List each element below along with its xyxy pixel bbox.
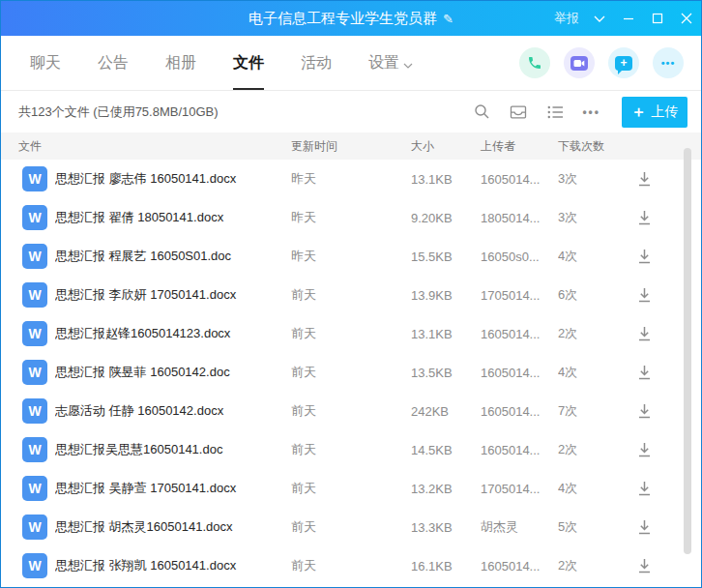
file-uploader: 1705014... [481, 482, 558, 496]
table-row[interactable]: W 思想汇报赵锋1605014123.docx 前天 13.1KB 160501… [1, 314, 701, 353]
file-name[interactable]: 思想汇报吴思慧16050141.doc [55, 441, 291, 458]
file-updated-time: 前天 [291, 480, 411, 497]
table-row[interactable]: W 思想汇报 李欣妍 17050141.docx 前天 13.9KB 17050… [1, 276, 701, 314]
table-row[interactable]: W 思想汇报 廖志伟 16050141.docx 昨天 13.1KB 16050… [1, 160, 701, 198]
file-name[interactable]: 思想汇报 李欣妍 17050141.docx [55, 286, 291, 304]
col-size: 大小 [411, 138, 481, 155]
file-download-count: 4次 [558, 364, 620, 381]
file-name[interactable]: 志愿活动 任静 16050142.docx [55, 402, 291, 420]
minimize-button[interactable] [614, 1, 643, 36]
file-download-count: 5次 [558, 518, 620, 536]
table-row[interactable]: W 思想汇报 翟倩 18050141.docx 昨天 9.20KB 180501… [1, 198, 701, 237]
file-updated-time: 前天 [291, 557, 411, 574]
file-name[interactable]: 思想汇报 程展艺 16050S01.doc [55, 248, 291, 265]
vertical-scrollbar[interactable] [684, 148, 691, 554]
list-view-icon[interactable] [545, 103, 565, 122]
col-uploader: 上传者 [481, 138, 558, 155]
file-name[interactable]: 思想汇报 廖志伟 16050141.docx [55, 170, 291, 188]
tab-files[interactable]: 文件 [233, 36, 264, 90]
table-row[interactable]: W 思想汇报 陕昱菲 16050142.doc 前天 13.5KB 160501… [1, 353, 701, 392]
file-size: 13.2KB [411, 482, 481, 496]
col-file: 文件 [18, 138, 291, 155]
search-icon[interactable] [472, 103, 491, 122]
file-updated-time: 前天 [291, 325, 411, 342]
tab-bar: 聊天 公告 相册 文件 活动 设置 + • [1, 36, 701, 91]
download-icon[interactable] [629, 435, 658, 464]
video-camera-icon [570, 56, 588, 71]
upload-button[interactable]: ＋ 上传 [622, 97, 687, 128]
file-table-body: W 思想汇报 廖志伟 16050141.docx 昨天 13.1KB 16050… [1, 160, 701, 587]
edit-title-icon[interactable]: ✎ [443, 12, 453, 26]
file-updated-time: 前天 [291, 441, 411, 458]
file-name[interactable]: 思想汇报 陕昱菲 16050142.doc [55, 364, 291, 381]
file-size: 14.5KB [411, 443, 481, 457]
file-uploader: 16050s0... [481, 250, 558, 264]
file-updated-time: 昨天 [291, 170, 411, 188]
file-size: 15.5KB [411, 250, 481, 264]
file-download-count: 6次 [558, 286, 620, 304]
file-size: 16.1KB [411, 559, 481, 573]
tab-settings[interactable]: 设置 [368, 36, 413, 90]
file-uploader: 胡杰灵 [481, 518, 558, 536]
chat-plus-icon: + [615, 56, 632, 71]
voice-call-button[interactable] [519, 47, 550, 78]
tab-activity[interactable]: 活动 [301, 36, 332, 90]
toolbar-more-icon[interactable]: ••• [582, 105, 600, 119]
table-row[interactable]: W 志愿活动 任静 16050142.docx 前天 242KB 1605014… [1, 392, 701, 430]
window-title: 电子信息工程专业学生党员群 [249, 10, 437, 28]
tab-album[interactable]: 相册 [165, 36, 196, 90]
file-updated-time: 前天 [291, 364, 411, 381]
tab-chat[interactable]: 聊天 [30, 36, 61, 90]
download-icon[interactable] [629, 164, 658, 193]
share-to-chat-button[interactable]: + [608, 47, 639, 78]
table-row[interactable]: W 思想汇报吴思慧16050141.doc 前天 14.5KB 1605014.… [1, 430, 701, 469]
file-uploader: 1605014... [481, 366, 558, 380]
file-name[interactable]: 思想汇报 翟倩 18050141.docx [55, 209, 291, 226]
titlebar-chevron-down-icon[interactable] [585, 1, 614, 36]
file-uploader: 1705014... [481, 288, 558, 303]
table-row[interactable]: W 思想汇报 程展艺 16050S01.doc 昨天 15.5KB 16050s… [1, 237, 701, 276]
file-toolbar: 共123个文件 (已使用75.8MB/10GB) ••• ＋ 上传 [1, 91, 701, 132]
inbox-icon[interactable] [509, 103, 528, 122]
file-name[interactable]: 思想汇报赵锋1605014123.docx [55, 325, 291, 342]
file-size: 13.5KB [411, 366, 481, 380]
file-count-summary: 共123个文件 (已使用75.8MB/10GB) [18, 103, 219, 121]
download-icon[interactable] [629, 358, 658, 387]
download-icon[interactable] [629, 513, 658, 542]
file-name[interactable]: 思想汇报 胡杰灵16050141.docx [55, 518, 291, 536]
download-icon[interactable] [629, 551, 658, 580]
titlebar: 电子信息工程专业学生党员群 ✎ 举报 [1, 1, 701, 36]
download-icon[interactable] [629, 397, 658, 426]
download-icon[interactable] [629, 280, 658, 309]
word-doc-icon: W [22, 398, 47, 424]
word-doc-icon: W [22, 553, 47, 578]
file-download-count: 2次 [558, 441, 620, 458]
file-updated-time: 昨天 [291, 209, 411, 226]
download-icon[interactable] [629, 242, 658, 271]
group-file-window: 电子信息工程专业学生党员群 ✎ 举报 聊天 公告 相册 文件 活动 [0, 0, 702, 588]
video-call-button[interactable] [564, 47, 595, 78]
word-doc-icon: W [22, 514, 47, 540]
word-doc-icon: W [22, 476, 47, 501]
file-name[interactable]: 思想汇报 吴静萱 17050141.docx [55, 480, 291, 497]
word-doc-icon: W [22, 205, 47, 230]
more-actions-button[interactable]: ••• [653, 47, 684, 78]
tab-announcement[interactable]: 公告 [98, 36, 129, 90]
settings-chevron-down-icon [403, 55, 413, 73]
download-icon[interactable] [629, 203, 658, 232]
table-row[interactable]: W 思想汇报 张翔凯 16050141.docx 前天 16.1KB 16050… [1, 546, 701, 585]
report-button[interactable]: 举报 [554, 10, 579, 27]
table-row[interactable]: W 思想汇报 吴静萱 17050141.docx 前天 13.2KB 17050… [1, 469, 701, 508]
plus-icon: ＋ [631, 104, 647, 120]
word-doc-icon: W [22, 321, 47, 346]
file-size: 13.9KB [411, 288, 481, 303]
maximize-button[interactable] [643, 1, 672, 36]
download-icon[interactable] [629, 474, 658, 503]
file-size: 13.1KB [411, 172, 481, 187]
download-icon[interactable] [629, 319, 658, 348]
table-row[interactable]: W 思想汇报 胡杰灵16050141.docx 前天 13.3KB 胡杰灵 5次 [1, 508, 701, 546]
close-button[interactable] [672, 1, 701, 36]
file-name[interactable]: 思想汇报 张翔凯 16050141.docx [55, 557, 291, 574]
word-doc-icon: W [22, 166, 47, 191]
col-download-count: 下载次数 [558, 138, 655, 155]
